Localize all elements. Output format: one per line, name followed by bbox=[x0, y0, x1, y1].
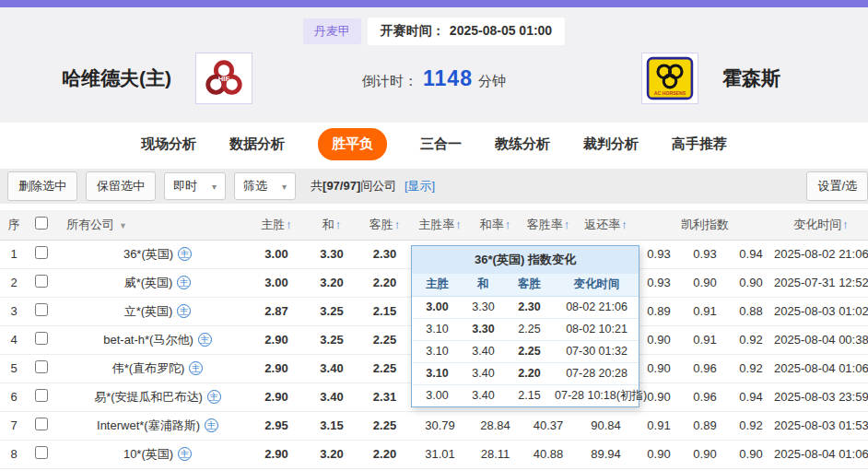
sort-asc-icon[interactable]: ↑ bbox=[505, 218, 511, 231]
col-home-odds[interactable]: 主胜↑ bbox=[249, 210, 304, 240]
col-change-time-label: 变化时间 bbox=[793, 218, 841, 231]
col-company[interactable]: 所有公司▼ bbox=[55, 210, 249, 240]
countdown-value: 1148 bbox=[423, 66, 473, 91]
keep-selected-button[interactable]: 保留选中 bbox=[86, 171, 156, 201]
away-odds-cell[interactable]: 2.15 bbox=[359, 297, 410, 325]
col-change-time[interactable]: 变化时间↑ bbox=[774, 210, 868, 240]
home-odds-cell[interactable]: 2.90 bbox=[249, 325, 304, 354]
draw-odds-cell[interactable]: 3.25 bbox=[304, 297, 359, 325]
col-away-odds[interactable]: 客胜↑ bbox=[359, 210, 410, 240]
away-team-name: 霍森斯 bbox=[722, 65, 780, 91]
away-odds-cell[interactable]: 2.20 bbox=[359, 440, 410, 468]
col-return-rate[interactable]: 返还率↑ bbox=[576, 210, 636, 240]
col-draw-rate[interactable]: 和率↑ bbox=[470, 210, 521, 240]
count-value: [97/97] bbox=[323, 179, 360, 193]
row-checkbox[interactable] bbox=[35, 332, 48, 345]
company-name[interactable]: 易*(安提瓜和巴布达) bbox=[94, 390, 203, 404]
start-time-value: 2025-08-05 01:00 bbox=[450, 23, 552, 40]
tab-win-draw-loss[interactable]: 胜平负 bbox=[318, 128, 387, 160]
sort-asc-icon[interactable]: ↑ bbox=[455, 218, 462, 231]
draw-odds-cell[interactable]: 3.20 bbox=[304, 440, 359, 468]
tab-live-analysis[interactable]: 现场分析 bbox=[141, 128, 196, 160]
company-name[interactable]: 36*(英国) bbox=[123, 247, 173, 261]
tab-referee-analysis[interactable]: 裁判分析 bbox=[583, 128, 639, 160]
company-name[interactable]: bet-at-h*(马尔他) bbox=[103, 333, 194, 347]
company-name[interactable]: 10*(英国) bbox=[123, 447, 173, 461]
draw-odds-cell[interactable]: 3.30 bbox=[304, 240, 359, 268]
away-odds-cell[interactable]: 2.25 bbox=[359, 354, 410, 383]
away-odds-cell[interactable]: 2.31 bbox=[359, 383, 410, 411]
tab-three-in-one[interactable]: 三合一 bbox=[420, 128, 462, 160]
row-select-cell bbox=[28, 411, 55, 440]
col-kelly: 凯利指数 bbox=[636, 210, 774, 240]
draw-odds-cell[interactable]: 3.25 bbox=[304, 325, 359, 354]
column-dropdown-icon[interactable]: ▼ bbox=[119, 221, 127, 230]
sort-asc-icon[interactable]: ↑ bbox=[564, 218, 570, 231]
delete-selected-button[interactable]: 删除选中 bbox=[7, 171, 77, 201]
nav-tabs: 现场分析数据分析胜平负三合一教练分析裁判分析高手推荐 bbox=[0, 123, 868, 165]
col-home-rate-label: 主胜率 bbox=[418, 218, 454, 231]
home-odds-cell: 3.00 bbox=[412, 296, 463, 318]
company-name[interactable]: 威*(英国) bbox=[124, 276, 173, 289]
popup-col-draw: 和 bbox=[463, 274, 504, 296]
chevron-down-icon: ▾ bbox=[212, 182, 217, 192]
row-checkbox[interactable] bbox=[35, 246, 48, 259]
draw-odds-cell: 3.30 bbox=[463, 296, 504, 318]
draw-odds-cell[interactable]: 3.20 bbox=[304, 268, 359, 297]
company-name[interactable]: 立*(英国) bbox=[124, 304, 173, 318]
home-odds-cell[interactable]: 2.90 bbox=[249, 440, 304, 468]
row-checkbox[interactable] bbox=[35, 389, 48, 402]
tab-data-analysis[interactable]: 数据分析 bbox=[229, 128, 285, 160]
tab-expert-picks[interactable]: 高手推荐 bbox=[672, 128, 727, 160]
sort-asc-icon[interactable]: ↑ bbox=[286, 218, 292, 231]
away-odds-cell[interactable]: 2.25 bbox=[359, 411, 410, 440]
row-checkbox[interactable] bbox=[35, 418, 48, 430]
company-name[interactable]: Interwet*(塞浦路斯) bbox=[97, 418, 200, 432]
col-away-rate[interactable]: 客胜率↑ bbox=[521, 210, 576, 240]
col-draw-odds[interactable]: 和↑ bbox=[304, 210, 359, 240]
home-odds-cell[interactable]: 3.00 bbox=[249, 268, 304, 297]
row-select-cell bbox=[28, 440, 55, 468]
away-odds-cell[interactable]: 2.25 bbox=[359, 325, 410, 354]
select-all-checkbox[interactable] bbox=[35, 217, 48, 230]
away-odds-cell[interactable]: 2.30 bbox=[359, 240, 410, 268]
home-odds-cell[interactable]: 2.95 bbox=[249, 411, 304, 440]
company-name[interactable]: 伟*(直布罗陀) bbox=[112, 361, 185, 375]
sort-asc-icon[interactable]: ↑ bbox=[621, 218, 628, 231]
popup-row: 3.103.402.2507-30 01:32 bbox=[412, 340, 639, 362]
kelly-index-1: 0.93 bbox=[636, 240, 682, 268]
time-filter-select[interactable]: 即时 ▾ bbox=[164, 172, 226, 200]
row-checkbox[interactable] bbox=[35, 303, 48, 316]
kelly-index-1: 0.90 bbox=[636, 440, 682, 468]
sort-asc-icon[interactable]: ↑ bbox=[394, 218, 401, 231]
chevron-down-icon: ▾ bbox=[282, 182, 287, 192]
row-checkbox[interactable] bbox=[35, 360, 48, 373]
filter-select[interactable]: 筛选 ▾ bbox=[234, 172, 296, 200]
draw-odds-cell[interactable]: 3.40 bbox=[304, 383, 359, 411]
col-draw-label: 和 bbox=[323, 218, 334, 231]
kelly-index-3: 0.94 bbox=[728, 240, 774, 268]
draw-odds-cell[interactable]: 3.15 bbox=[304, 411, 359, 440]
company-cell: Interwet*(塞浦路斯)主 bbox=[55, 411, 249, 440]
draw-odds-cell[interactable]: 3.40 bbox=[304, 354, 359, 383]
row-checkbox[interactable] bbox=[35, 446, 48, 459]
change-time-cell: 2025-08-03 01:02 bbox=[774, 297, 868, 325]
home-badge-icon: 主 bbox=[177, 276, 191, 289]
show-link[interactable]: [显示] bbox=[405, 179, 435, 193]
popup-row: 3.103.402.2007-28 20:28 bbox=[412, 362, 639, 384]
sort-asc-icon[interactable]: ↑ bbox=[842, 218, 849, 231]
col-home-rate[interactable]: 主胜率↑ bbox=[410, 210, 470, 240]
league-badge[interactable]: 丹麦甲 bbox=[303, 18, 361, 44]
home-odds-cell[interactable]: 2.87 bbox=[249, 297, 304, 325]
settings-button[interactable]: 设置/选 bbox=[806, 171, 868, 201]
change-time-cell: 2025-08-03 01:53 bbox=[774, 411, 868, 440]
away-odds-cell[interactable]: 2.20 bbox=[359, 268, 410, 297]
countdown: 倒计时： 1148 分钟 bbox=[314, 66, 554, 91]
top-accent-bar bbox=[0, 0, 868, 7]
home-odds-cell[interactable]: 2.90 bbox=[249, 354, 304, 383]
tab-coach-analysis[interactable]: 教练分析 bbox=[495, 128, 550, 160]
home-odds-cell[interactable]: 2.90 bbox=[249, 383, 304, 411]
row-checkbox[interactable] bbox=[35, 275, 48, 288]
sort-asc-icon[interactable]: ↑ bbox=[335, 218, 342, 231]
home-odds-cell[interactable]: 3.00 bbox=[249, 240, 304, 268]
